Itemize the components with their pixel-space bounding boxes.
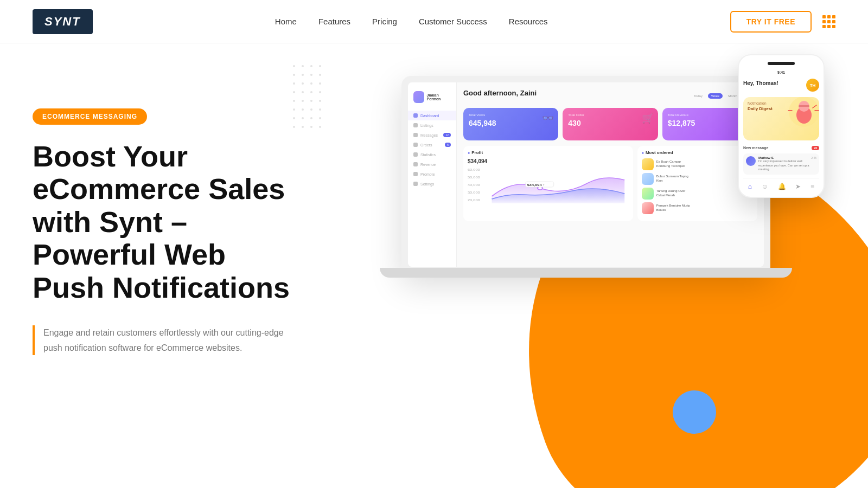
sender-avatar [746, 156, 756, 166]
hero-badge: ECOMMERCE MESSAGING [33, 108, 147, 125]
nav-pricing[interactable]: Pricing [372, 17, 397, 26]
logo[interactable]: SYNT [33, 9, 93, 34]
dashboard-charts: ● Profit $34,094 60,000 50,000 40,000 30… [463, 146, 757, 221]
phone-smiley-icon[interactable]: ☺ [762, 183, 768, 190]
phone-mockup: 9:41 Hey, Thomas! TH Notification Daily … [738, 54, 825, 198]
dashboard-cards: Total Views 645,948 👓 Total Order 430 🛒 … [463, 108, 757, 140]
logo-text: SYNT [44, 15, 81, 29]
hero-section: ECOMMERCE MESSAGING Boost Your eCommerce… [0, 43, 868, 488]
nav-home[interactable]: Home [275, 17, 297, 26]
svg-text:$34,094 ↑: $34,094 ↑ [527, 183, 545, 187]
most-ordered-item-1: Es Buah CampurKombung Terompet [642, 158, 753, 170]
svg-rect-11 [799, 105, 809, 107]
svg-text:40,000: 40,000 [468, 183, 480, 187]
phone-bottom-bar: ⌂ ☺ 🔔 ➤ ≡ [743, 178, 819, 190]
nav-features[interactable]: Features [318, 17, 350, 26]
svg-text:30,000: 30,000 [468, 191, 480, 194]
sidebar-item-listings[interactable]: Listings [408, 120, 456, 130]
most-ordered-item-3: Tanung Daung OverCabai Merah [642, 188, 753, 200]
header-right: TRY IT FREE [730, 11, 835, 33]
most-ordered-item-2: Bubur Sumsum TapngKlon [642, 173, 753, 185]
views-icon: 👓 [542, 112, 554, 124]
hero-left: ECOMMERCE MESSAGING Boost Your eCommerce… [33, 76, 304, 355]
hero-description: Engage and retain customers effortlessly… [43, 325, 304, 355]
phone-time: 9:41 [743, 70, 819, 74]
phone-notch [768, 62, 795, 65]
phone-home-icon[interactable]: ⌂ [748, 183, 752, 190]
dashboard-sidebar: Jualan Permen Dashboard Listings [408, 82, 457, 267]
sidebar-item-dashboard[interactable]: Dashboard [408, 111, 456, 120]
statistics-icon [413, 152, 418, 157]
total-views-card: Total Views 645,948 👓 [463, 108, 558, 140]
phone-avatar-row: Hey, Thomas! TH [743, 79, 819, 92]
most-ordered-item-4: Pempek Bentuke MuripBlouks [642, 202, 753, 214]
dashboard-greeting: Good afternoon, Zaini [463, 89, 537, 97]
header: SYNT Home Features Pricing Customer Succ… [0, 0, 868, 43]
user-name: Jualan Permen [427, 93, 451, 101]
greeting-row: Good afternoon, Zaini Today Week Month Y… [463, 89, 757, 102]
sidebar-item-revenue[interactable]: Revenue [408, 159, 456, 169]
hero-title: Boost Your eCommerce Sales with Synt – P… [33, 140, 304, 304]
laptop-base [380, 268, 792, 278]
revenue-icon [413, 162, 418, 166]
dashboard-icon [413, 113, 418, 118]
profit-chart-svg: 60,000 50,000 40,000 30,000 20,000 [468, 166, 629, 204]
hero-desc-wrapper: Engage and retain customers effortlessly… [33, 325, 304, 355]
hero-divider [33, 325, 35, 355]
phone-send-icon[interactable]: ➤ [795, 183, 801, 190]
sidebar-item-orders[interactable]: Orders 5 [408, 140, 456, 150]
order-icon: 🛒 [642, 112, 654, 124]
nav-resources[interactable]: Resources [509, 17, 548, 26]
try-free-button[interactable]: TRY IT FREE [730, 11, 812, 33]
phone-menu-icon[interactable]: ≡ [810, 183, 814, 190]
phone-user-avatar: TH [806, 79, 819, 92]
user-avatar [413, 91, 424, 103]
mockup-container: Jualan Permen Dashboard Listings [401, 54, 825, 477]
listings-icon [413, 123, 418, 127]
blue-circle-decoration [673, 390, 716, 434]
total-order-card: Total Order 430 🛒 [563, 108, 658, 140]
dashboard-main: Good afternoon, Zaini Today Week Month Y… [457, 82, 764, 267]
profit-chart: ● Profit $34,094 60,000 50,000 40,000 30… [463, 146, 633, 221]
settings-icon [413, 182, 418, 186]
sidebar-item-settings[interactable]: Settings [408, 179, 456, 189]
grid-icon[interactable] [822, 15, 835, 28]
sidebar-item-messages[interactable]: Messages 12 [408, 130, 456, 140]
phone-message-item[interactable]: Mathew S. 2:45 I'm very impressed to del… [743, 153, 819, 175]
nav-customer-success[interactable]: Customer Success [419, 17, 487, 26]
sidebar-item-statistics[interactable]: Statistics [408, 150, 456, 159]
message-badge: 26 [812, 146, 819, 150]
phone-greeting: Hey, Thomas! [743, 80, 778, 86]
laptop-mockup: Jualan Permen Dashboard Listings [401, 76, 770, 273]
laptop-screen: Jualan Permen Dashboard Listings [408, 82, 764, 267]
svg-text:20,000: 20,000 [468, 198, 480, 202]
phone-new-message-title: New message 26 [743, 146, 819, 150]
svg-text:50,000: 50,000 [468, 176, 480, 179]
filter-today[interactable]: Today [691, 93, 706, 99]
phone-bell-icon[interactable]: 🔔 [778, 183, 786, 190]
message-time: 2:45 [811, 156, 816, 159]
orders-icon [413, 143, 418, 147]
dashboard-user: Jualan Permen [408, 88, 456, 106]
main-nav: Home Features Pricing Customer Success R… [275, 17, 548, 26]
message-text: I'm very impressed to deliver well exper… [758, 159, 816, 172]
phone-daily-digest-card: Notification Daily Digest [743, 97, 819, 140]
dashboard: Jualan Permen Dashboard Listings [408, 82, 764, 267]
svg-text:60,000: 60,000 [468, 168, 480, 171]
filter-week[interactable]: Week [708, 93, 723, 99]
daily-digest-illustration [787, 97, 819, 130]
promote-icon [413, 172, 418, 176]
sidebar-item-promote[interactable]: Promote [408, 169, 456, 179]
messages-icon [413, 133, 418, 137]
